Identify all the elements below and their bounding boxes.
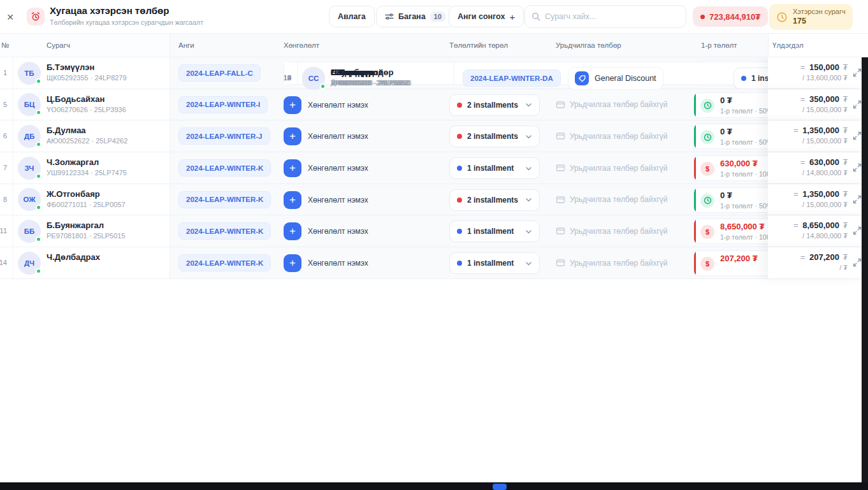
discount-name: General Discount <box>595 74 656 83</box>
row-sticky-right: = 1,350,000 ₮ / 15,000,000 ₮ <box>768 120 868 152</box>
class-chip: 2024-LEAP-WINTER-K <box>178 191 271 208</box>
remainder-line: = 1,350,000 ₮ <box>793 189 848 199</box>
table-row[interactable]: 8 ОЖ Ж.Отгонбаяр ФБ00271011 · 25LP0057 2… <box>0 184 868 216</box>
add-discount-button[interactable]: + <box>284 222 301 240</box>
equals-prefix: = <box>793 189 799 199</box>
avatar-initials: БЦ <box>24 101 35 108</box>
receivables-label: Авлага <box>338 12 366 21</box>
total-amount: 14,800,000 <box>806 232 841 240</box>
remainder-line: = 150,000 ₮ <box>800 62 848 72</box>
dollar-icon: $ <box>705 165 709 173</box>
installments-value: 2 installments <box>467 132 520 141</box>
close-icon[interactable]: ✕ <box>4 11 17 24</box>
first-payment-card: $ 630,000 ₮ 1-р төлөлт · 100% <box>693 155 776 181</box>
status-dot-icon <box>36 236 41 242</box>
table-row[interactable]: 11 ББ Б.Буянжаргал РЕ97081801 · 25LP5015… <box>0 215 868 247</box>
add-discount-label: Хөнгөлөлт нэмэх <box>308 164 368 173</box>
currency-symbol: ₮ <box>843 106 848 113</box>
avatar: ЗЧ <box>18 157 41 180</box>
prepayment-text: Урьдчилгаа төлбөр байхгүй <box>570 227 668 236</box>
avatar-initials: СС <box>308 75 319 82</box>
card-icon <box>556 258 565 268</box>
remainder-line: = 8,650,000 ₮ <box>793 220 848 230</box>
class-chip: 2024-LEAP-WINTER-K <box>178 254 271 271</box>
table-row[interactable]: 6 ДБ Б.Дулмаа АЮ00252622 · 25LP4262 2024… <box>0 120 868 152</box>
first-payment-card: $ 207,200 ₮ <box>693 250 776 276</box>
currency-symbol: ₮ <box>843 253 848 262</box>
receivables-button[interactable]: Авлага <box>329 6 375 27</box>
status-dot-icon <box>36 78 41 84</box>
prepayment-text: Урьдчилгаа төлбөр байхгүй <box>570 195 668 204</box>
total-amount: 15,000,000 <box>806 106 841 113</box>
table-row[interactable]: 14 ДЧ Ч.Дөлбадрах 2024-LEAP-WINTER-K + Х… <box>0 247 868 279</box>
add-discount-button[interactable]: + <box>284 191 301 209</box>
status-dot-icon <box>36 141 41 147</box>
prepayment-cell: Урьдчилгаа төлбөр байхгүй <box>556 131 668 141</box>
sliders-icon <box>385 12 394 21</box>
chevron-down-icon <box>525 165 532 172</box>
dollar-icon: $ <box>705 228 709 236</box>
row-sticky-right: = 8,650,000 ₮ / 14,800,000 ₮ <box>768 215 868 247</box>
columns-button[interactable]: Багана 10 <box>376 6 454 27</box>
add-discount-button[interactable]: + <box>284 96 301 114</box>
avatar-initials: ДБ <box>24 133 34 140</box>
payment-state-icon: $ <box>700 257 714 271</box>
payment-amount-value: 0 <box>720 191 725 200</box>
payment-accent-bar <box>694 93 696 117</box>
class-chip: 2024-LEAP-WINTER-J <box>178 127 270 145</box>
row-number: 6 <box>0 132 7 140</box>
slash-prefix: / <box>802 169 804 177</box>
installments-value: 2 installments <box>467 196 520 205</box>
overdue-students-count: 175 <box>793 17 846 27</box>
add-discount-button[interactable]: + <box>284 159 301 177</box>
equals-prefix: = <box>800 252 806 262</box>
row-number: 7 <box>0 164 7 171</box>
row-number: 13 <box>280 74 291 82</box>
slash-prefix: / <box>802 137 804 145</box>
currency-symbol: ₮ <box>753 254 758 263</box>
row-number: 5 <box>0 101 7 108</box>
scroll-indicator <box>493 484 507 490</box>
student-name: Ц.Бодьсайхан <box>47 94 105 104</box>
equals-prefix: = <box>800 94 806 104</box>
select-class-button[interactable]: Анги сонгох + <box>449 6 524 27</box>
installments-value: 1 installment <box>467 227 520 236</box>
page-title: Хугацаа хэтэрсэн төлбөр <box>50 5 169 16</box>
installments-select[interactable]: 1 installment <box>449 252 540 274</box>
search-input[interactable] <box>545 12 679 21</box>
installments-select[interactable]: 1 installment <box>449 157 540 179</box>
row-number: 14 <box>0 259 7 266</box>
plus-icon: + <box>509 11 515 22</box>
row-sticky-right: = 207,200 ₮ / ₮ <box>768 247 868 278</box>
avatar: ББ <box>18 220 41 243</box>
discount-card[interactable]: General Discount <box>568 67 663 90</box>
payment-amount: 0 ₮ <box>720 127 732 136</box>
student-search <box>524 5 686 28</box>
col-class: Анги <box>178 41 194 49</box>
dollar-icon: $ <box>705 260 709 268</box>
currency-symbol: ₮ <box>843 201 848 208</box>
installments-value: 1 installment <box>467 259 520 268</box>
columns-label: Багана <box>398 12 426 21</box>
col-prepayment: Урьдчилгаа төлбөр <box>556 41 621 49</box>
installment-dot <box>457 103 462 108</box>
avatar-initials: ТБ <box>24 69 34 77</box>
overdue-students-label: Хэтэрсэн сурагч <box>793 8 846 17</box>
chevron-down-icon <box>525 133 532 140</box>
table-row[interactable]: 7 ЗЧ Ч.Золжаргал УШ99122334 · 25LP7475 2… <box>0 152 868 184</box>
chevron-down-icon <box>525 196 532 203</box>
installments-select[interactable]: 2 installments <box>449 189 540 211</box>
payment-amount-value: 0 <box>720 127 725 136</box>
add-discount-button[interactable]: + <box>284 127 301 145</box>
installments-select[interactable]: 2 installments <box>449 94 540 116</box>
add-discount-button[interactable]: + <box>284 254 301 272</box>
row-sticky-right: = 1,350,000 ₮ / 15,000,000 ₮ <box>768 184 868 215</box>
installment-dot <box>457 229 462 234</box>
installments-select[interactable]: 1 installment <box>449 220 540 242</box>
table-row[interactable]: 5 БЦ Ц.Бодьсайхан YO06270626 · 25LP3936 … <box>0 89 868 121</box>
installments-select[interactable]: 2 installments <box>449 126 540 147</box>
payment-state-icon: $ <box>700 130 714 144</box>
installments-value: 2 installments <box>467 101 520 110</box>
prepayment-cell: Урьдчилгаа төлбөр байхгүй <box>556 100 668 110</box>
columns-count-badge: 10 <box>430 11 445 22</box>
